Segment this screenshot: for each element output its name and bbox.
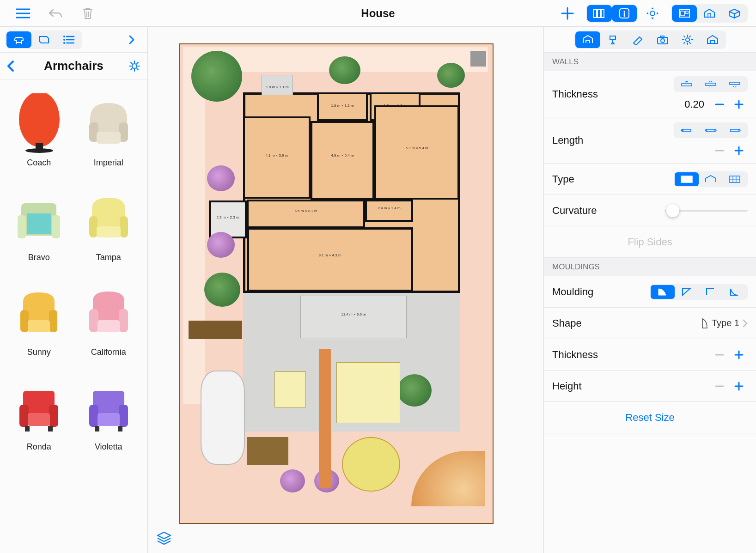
catalog-tab-list-icon[interactable] [56, 31, 81, 48]
svg-rect-25 [120, 216, 128, 237]
view-mode-seg [671, 4, 748, 23]
inspector-tab-draw-icon[interactable] [625, 31, 650, 48]
inspector-tab-walls-icon[interactable] [575, 31, 600, 48]
catalog-back-icon[interactable] [6, 60, 20, 73]
anchor-start-icon[interactable] [675, 123, 699, 137]
catalog-item[interactable]: Sunny [6, 278, 72, 373]
thickness-label: Thickness [552, 88, 598, 100]
view-2d-icon[interactable] [672, 5, 697, 22]
shape-preview-icon [701, 318, 709, 329]
minus-button[interactable] [711, 143, 728, 158]
undo-icon[interactable] [45, 3, 66, 24]
floorplan-canvas[interactable]: 1.0 m × 1.1 m 1.8 m × 1.3 m 1.8 m × 1.3 … [148, 27, 543, 553]
catalog-item[interactable]: Violetta [76, 373, 141, 468]
svg-rect-52 [683, 129, 691, 132]
minus-button[interactable] [711, 97, 728, 112]
catalog-item[interactable]: California [76, 278, 141, 373]
catalog-item-label: Imperial [94, 158, 123, 168]
svg-rect-32 [98, 320, 120, 332]
type-row: Type [544, 164, 756, 195]
chevron-right-icon [742, 319, 748, 328]
wall-type-grid-icon[interactable] [723, 172, 747, 186]
minus-button[interactable] [711, 378, 728, 394]
svg-rect-0 [594, 9, 597, 18]
moulding-label: Moulding [552, 286, 593, 298]
room-dim: 2.3 m × 2.3 m [209, 215, 247, 219]
trash-icon[interactable] [78, 3, 98, 24]
wall-type-brick-icon[interactable] [675, 172, 699, 186]
inspector-sidebar: WALLS Thickness 0.20 Length [543, 27, 756, 553]
reset-size-button[interactable]: Reset Size [544, 402, 756, 433]
room-dim: 4.9 m × 5.4 m [311, 153, 374, 158]
inspector-tab-light-icon[interactable] [675, 31, 700, 48]
wall-type-seg [674, 171, 748, 187]
align-center-icon[interactable] [699, 77, 723, 91]
svg-rect-29 [28, 320, 50, 332]
room-dim: 1.8 m × 1.3 m [317, 103, 368, 108]
moulding-thickness-stepper [711, 347, 748, 363]
flip-sides-button[interactable]: Flip Sides [544, 226, 756, 258]
catalog-item[interactable]: Coach [6, 89, 72, 183]
shape-label: Shape [552, 317, 582, 329]
anchor-end-icon[interactable] [723, 123, 747, 137]
catalog-settings-icon[interactable] [127, 60, 141, 73]
info-icon[interactable] [612, 5, 637, 22]
anchor-both-icon[interactable] [699, 123, 723, 137]
plus-button[interactable] [730, 97, 748, 112]
add-icon[interactable] [557, 3, 578, 24]
library-info-seg [586, 4, 638, 23]
layers-icon[interactable] [156, 531, 172, 545]
inspector-tab-camera-icon[interactable] [650, 31, 675, 48]
length-stepper [711, 143, 748, 158]
curvature-slider[interactable] [665, 210, 748, 212]
walls-section-header: WALLS [544, 53, 756, 71]
svg-point-10 [63, 36, 65, 37]
gyro-icon[interactable] [642, 3, 663, 24]
minus-button[interactable] [711, 347, 728, 363]
moulding-style-3-icon[interactable] [699, 285, 723, 299]
moulding-style-2-icon[interactable] [675, 285, 699, 299]
shape-row[interactable]: Shape Type 1 [544, 308, 756, 339]
view-elevation-icon[interactable] [697, 5, 722, 22]
plus-button[interactable] [730, 347, 748, 363]
align-left-icon[interactable] [675, 77, 699, 91]
catalog-tab-furniture-icon[interactable] [6, 31, 31, 48]
inspector-tab-building-icon[interactable] [700, 31, 725, 48]
library-icon[interactable] [587, 5, 612, 22]
catalog-tab-materials-icon[interactable] [31, 31, 56, 48]
thickness-stepper: 0.20 [684, 97, 748, 112]
view-3d-icon[interactable] [722, 5, 747, 22]
catalog-item[interactable]: Ronda [6, 373, 72, 468]
floorplan-area[interactable]: 1.0 m × 1.1 m 1.8 m × 1.3 m 1.8 m × 1.3 … [179, 43, 494, 524]
room-dim: 9.1 m × 4.3 m [247, 253, 413, 257]
plus-button[interactable] [730, 143, 748, 158]
wall-type-roof-icon[interactable] [699, 172, 723, 186]
length-row: Length [544, 117, 756, 164]
svg-rect-49 [682, 84, 692, 86]
catalog-item-label: Violetta [95, 442, 122, 452]
room-dim: 2.4 m × 1.4 m [365, 206, 413, 210]
catalog-item[interactable]: Imperial [76, 89, 141, 183]
plus-button[interactable] [730, 378, 748, 394]
svg-rect-42 [98, 413, 120, 426]
svg-point-14 [19, 93, 60, 147]
catalog-item[interactable]: Tampa [76, 183, 141, 278]
svg-rect-27 [20, 310, 29, 332]
align-right-icon[interactable] [723, 77, 747, 91]
svg-point-4 [624, 11, 625, 12]
svg-point-13 [132, 64, 137, 68]
svg-rect-38 [48, 426, 53, 431]
catalog-more-icon[interactable] [122, 30, 142, 50]
svg-rect-28 [49, 310, 57, 332]
moulding-style-1-icon[interactable] [651, 285, 675, 299]
menu-icon[interactable] [13, 3, 33, 24]
main-toolbar: House [0, 0, 756, 27]
catalog-item[interactable]: Bravo [6, 183, 72, 278]
moulding-style-4-icon[interactable] [723, 285, 747, 299]
svg-rect-19 [97, 132, 121, 144]
length-label: Length [552, 134, 583, 146]
svg-point-46 [661, 39, 665, 43]
room-dim: 6.5 m × 2.1 m [247, 209, 365, 213]
inspector-tab-paint-icon[interactable] [600, 31, 625, 48]
svg-rect-37 [25, 426, 30, 431]
